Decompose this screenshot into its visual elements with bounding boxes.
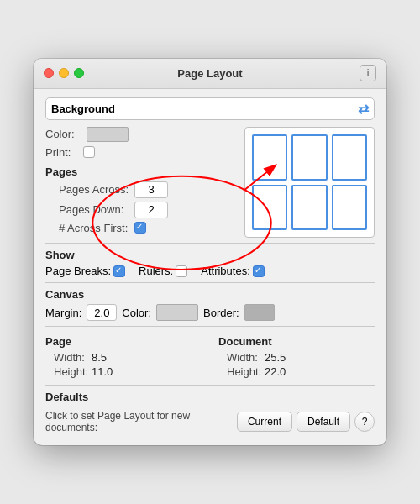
traffic-lights: [44, 68, 84, 78]
canvas-border-swatch[interactable]: [244, 304, 275, 321]
page-layout-window: Page Layout i Background ⇄ C: [34, 59, 386, 446]
page-height-row: Height: 11.0: [54, 365, 202, 378]
page-width-label: Width:: [54, 351, 92, 364]
doc-height-row: Height: 22.0: [227, 365, 375, 378]
page-thumb-4: [252, 185, 287, 231]
pages-down-row: Pages Down:: [59, 202, 236, 218]
across-first-label: # Across First:: [59, 222, 134, 234]
color-label: Color:: [45, 128, 83, 140]
doc-height-label: Height:: [227, 365, 265, 378]
current-button[interactable]: Current: [237, 412, 292, 432]
show-header: Show: [45, 249, 375, 261]
page-preview: [244, 127, 375, 239]
titlebar: Page Layout i: [34, 59, 386, 89]
color-row: Color:: [45, 127, 236, 142]
border-label: Border:: [203, 307, 239, 319]
background-row: Background ⇄: [45, 97, 375, 120]
default-button[interactable]: Default: [297, 412, 350, 432]
pages-across-input[interactable]: [134, 181, 168, 198]
page-breaks-label: Page Breaks:: [45, 265, 111, 277]
rulers-label: Rulers:: [139, 265, 173, 277]
canvas-color-swatch[interactable]: [156, 304, 198, 321]
canvas-row: Margin: Color: Border:: [45, 304, 375, 321]
across-first-checkbox[interactable]: [134, 222, 146, 234]
page-thumb-3: [332, 134, 367, 181]
page-thumb-6: [332, 185, 367, 231]
page-section-header: Page: [45, 335, 202, 348]
pages-down-label: Pages Down:: [59, 203, 134, 216]
pages-across-label: Pages Across:: [59, 183, 134, 196]
attributes-label: Attributes:: [201, 265, 250, 277]
page-section: Page Width: 8.5 Height: 11.0: [45, 332, 202, 380]
page-thumb-2: [291, 134, 327, 181]
doc-height-value: 22.0: [265, 365, 286, 378]
print-row: Print:: [45, 146, 236, 159]
page-thumb-1: [252, 134, 287, 181]
minimize-button[interactable]: [59, 68, 69, 78]
page-breaks-item: Page Breaks:: [45, 265, 125, 277]
rulers-item: Rulers:: [139, 265, 187, 277]
main-area: Color: Print: Pages Pages Across: Pages …: [45, 127, 375, 239]
page-height-label: Height:: [54, 365, 92, 378]
page-thumb-5: [291, 185, 327, 231]
background-label: Background: [51, 102, 115, 115]
attributes-item: Attributes:: [201, 265, 265, 277]
defaults-description: Click to set Page Layout for new documen…: [45, 410, 233, 433]
divider-4: [45, 385, 375, 386]
left-panel: Color: Print: Pages Pages Across: Pages …: [45, 127, 236, 239]
across-first-row: # Across First:: [59, 222, 236, 234]
print-label: Print:: [45, 146, 83, 159]
info-button[interactable]: i: [360, 65, 376, 81]
close-button[interactable]: [44, 68, 54, 78]
doc-width-value: 25.5: [265, 351, 286, 364]
canvas-header: Canvas: [45, 288, 375, 301]
defaults-header: Defaults: [45, 391, 375, 403]
defaults-row: Click to set Page Layout for new documen…: [45, 410, 375, 433]
window-title: Page Layout: [177, 67, 242, 80]
divider-2: [45, 282, 375, 283]
page-height-value: 11.0: [92, 365, 113, 378]
divider-3: [45, 326, 375, 327]
background-dropdown[interactable]: Background ⇄: [45, 97, 375, 120]
document-section-header: Document: [218, 335, 375, 348]
dimensions-area: Page Width: 8.5 Height: 11.0 Document Wi…: [45, 332, 375, 380]
margin-input[interactable]: [87, 304, 117, 321]
pages-down-input[interactable]: [134, 202, 168, 218]
maximize-button[interactable]: [74, 68, 84, 78]
doc-width-row: Width: 25.5: [227, 351, 375, 364]
canvas-color-label: Color:: [122, 307, 151, 319]
doc-width-label: Width:: [227, 351, 265, 364]
margin-label: Margin:: [45, 307, 81, 319]
document-section: Document Width: 25.5 Height: 22.0: [218, 332, 375, 380]
attributes-checkbox[interactable]: [253, 265, 265, 277]
content-area: Background ⇄ Color: Print: Pages Pages A…: [34, 89, 386, 446]
color-swatch[interactable]: [87, 127, 129, 142]
rulers-checkbox[interactable]: [176, 265, 187, 277]
dropdown-arrow-icon: ⇄: [358, 101, 369, 117]
pages-across-row: Pages Across:: [59, 181, 236, 198]
show-row: Page Breaks: Rulers: Attributes:: [45, 265, 375, 277]
divider-1: [45, 243, 375, 244]
page-width-row: Width: 8.5: [54, 351, 202, 364]
pages-header: Pages: [45, 165, 236, 178]
print-checkbox[interactable]: [83, 146, 95, 158]
page-width-value: 8.5: [92, 351, 107, 364]
page-breaks-checkbox[interactable]: [113, 265, 125, 277]
question-button[interactable]: ?: [354, 412, 375, 432]
